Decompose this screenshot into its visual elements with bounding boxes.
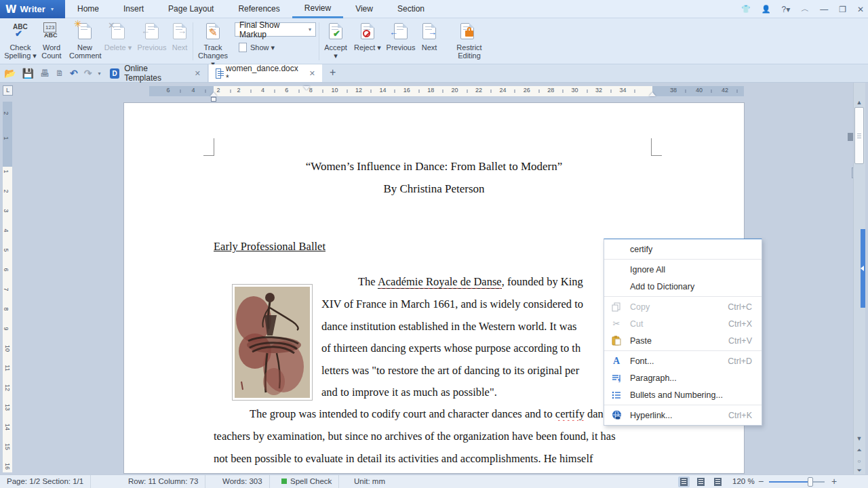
accept-check-icon: ✔ [333, 29, 340, 38]
reject-change-button[interactable]: Reject ▾ [353, 22, 382, 52]
help-icon[interactable]: ?▾ [781, 5, 790, 14]
show-doc-icon [239, 43, 247, 52]
menu-item-font[interactable]: AFont...Ctrl+D [604, 352, 762, 369]
previous-page-icon[interactable]: ⏶ [853, 447, 865, 454]
misspelled-phrase: Académie Royale de Danse [378, 275, 502, 289]
menu-tab-page-layout[interactable]: Page Layout [156, 0, 226, 18]
menu-item-suggestion-certify[interactable]: certify [604, 241, 762, 258]
close-tab-icon[interactable]: ✕ [309, 69, 315, 78]
tab-stop-selector[interactable]: L [3, 85, 13, 96]
writer-logo-icon: W [5, 3, 17, 16]
open-file-icon[interactable]: 📂 [4, 68, 16, 79]
ruler-number: 26 [524, 87, 530, 94]
menu-tab-references[interactable]: References [226, 0, 292, 18]
menu-tab-home[interactable]: Home [65, 0, 111, 18]
ruler-number: 22 [475, 87, 482, 94]
quick-access-toolbar: 📂 💾 🖶 🗎 ↶ ↷ ▾ [4, 64, 100, 82]
new-comment-button[interactable]: ✳ New Comment [69, 22, 100, 60]
next-change-button[interactable]: → Next [419, 22, 439, 52]
ruler-number: 3 [3, 209, 9, 212]
vertical-ruler[interactable]: 2112345678910111213141516 [3, 102, 12, 472]
new-tab-button[interactable]: + [330, 66, 336, 79]
skin-icon[interactable]: 👕 [741, 5, 751, 14]
accept-change-button[interactable]: ✔ Accept ▾ [321, 22, 350, 60]
print-icon[interactable]: 🖶 [40, 68, 50, 79]
app-menu-button[interactable]: W Writer ▾ [0, 0, 65, 18]
ruler-number: 7 [3, 287, 9, 291]
menu-item-ignore-all[interactable]: Ignore All [604, 261, 762, 278]
tab-online-templates[interactable]: D Online Templates ✕ [103, 64, 208, 82]
close-icon[interactable]: ✕ [857, 5, 864, 14]
save-icon[interactable]: 💾 [22, 68, 33, 79]
menu-tab-review[interactable]: Review [292, 0, 343, 18]
select-browse-object-icon[interactable]: ○ [853, 458, 865, 464]
scroll-down-icon[interactable]: ▼ [853, 435, 865, 442]
left-margin-marker[interactable] [211, 97, 216, 102]
menu-separator [604, 259, 762, 260]
zoom-slider[interactable] [769, 481, 825, 483]
ruler-number: 10 [4, 345, 11, 352]
zoom-in-button[interactable]: + [831, 475, 837, 487]
word-count-button[interactable]: 123ABC Word Count [38, 22, 65, 60]
markup-mode-select[interactable]: Final Show Markup▾ [235, 22, 316, 37]
ruler-number: 1 [3, 169, 9, 173]
qat-more-caret-icon[interactable]: ▾ [98, 70, 100, 77]
menu-item-bullets-and-numbering[interactable]: Bullets and Numbering... [604, 386, 762, 403]
right-indent-marker[interactable] [649, 92, 656, 96]
menu-item-paste[interactable]: PasteCtrl+V [604, 332, 762, 349]
font-icon: A [611, 356, 622, 367]
redo-icon: ↷ [84, 68, 92, 79]
menu-item-label: Ignore All [630, 265, 665, 274]
body-text-line: of thirteen dancing experts whose purpos… [321, 342, 652, 355]
document-icon [216, 68, 221, 79]
menu-tab-section[interactable]: Section [385, 0, 437, 18]
next-arrow-icon: → [428, 28, 437, 37]
scroll-up-icon[interactable]: ▲ [853, 99, 865, 106]
ruler-number: 20 [452, 87, 458, 94]
spell-check-status[interactable]: Spell Check [275, 475, 339, 488]
minimize-icon[interactable]: — [820, 5, 828, 14]
close-tab-icon[interactable]: ✕ [195, 69, 201, 78]
track-changes-button[interactable]: ✎ Track Changes ▾ [195, 22, 231, 68]
menu-tab-insert[interactable]: Insert [111, 0, 156, 18]
print-preview-icon[interactable]: 🗎 [56, 68, 64, 78]
menu-item-hyperlink[interactable]: Hyperlink...Ctrl+K [604, 407, 762, 424]
check-spelling-button[interactable]: ABC✔ Check Spelling ▾ [4, 22, 37, 60]
ruler-number: 40 [696, 87, 703, 94]
ruler-number: 2 [237, 87, 240, 94]
app-name: Writer [20, 4, 45, 14]
ruler-number: 34 [619, 87, 626, 94]
zoom-level[interactable]: 120 % [732, 475, 755, 488]
page-section-status[interactable]: Page: 1/2 Section: 1/1 [0, 475, 91, 488]
scrollbar-thumb[interactable] [854, 107, 864, 164]
ruler-row: L 64224681012141618202224262830323438404… [0, 83, 868, 99]
margin-cropmark-icon [651, 138, 662, 156]
ruler-number: 4 [3, 228, 9, 232]
ruler-number: 6 [3, 268, 9, 271]
body-text-line: dance institution established in the Wes… [321, 320, 652, 333]
zoom-out-button[interactable]: − [758, 475, 764, 487]
body-text-line: XIV of France in March 1661, and is wide… [321, 298, 652, 311]
task-pane-handle[interactable] [861, 229, 865, 308]
account-icon[interactable]: 👤 [762, 5, 771, 14]
ruler-number: 6 [285, 87, 288, 94]
menu-tab-view[interactable]: View [343, 0, 385, 18]
outline-view-icon[interactable] [695, 476, 707, 487]
menu-item-label: Bullets and Numbering... [630, 390, 723, 400]
zoom-slider-knob[interactable] [808, 477, 813, 487]
ballerina-sketch-image[interactable] [232, 284, 313, 401]
collapse-ribbon-icon[interactable]: ︿ [801, 3, 809, 15]
tab-women-dance-docx[interactable]: women_dance.docx * ✕ [209, 64, 322, 82]
horizontal-ruler[interactable]: 642246810121416182022242628303234384042 [149, 86, 744, 96]
show-markup-button[interactable]: Show ▾ [239, 43, 286, 52]
next-page-icon[interactable]: ⏷ [853, 467, 865, 474]
page-view-icon[interactable] [678, 476, 690, 487]
restrict-editing-button[interactable]: Restrict Editing [445, 22, 494, 60]
undo-icon[interactable]: ↶ [70, 68, 78, 79]
previous-change-button[interactable]: ← Previous [385, 22, 416, 52]
web-view-icon[interactable] [712, 476, 724, 487]
word-count-status[interactable]: Words: 303 [216, 475, 270, 488]
menu-item-add-to-dictionary[interactable]: Add to Dictionary [604, 278, 762, 295]
restore-icon[interactable]: ❐ [839, 5, 846, 14]
menu-item-paragraph[interactable]: ¶Paragraph... [604, 369, 762, 386]
